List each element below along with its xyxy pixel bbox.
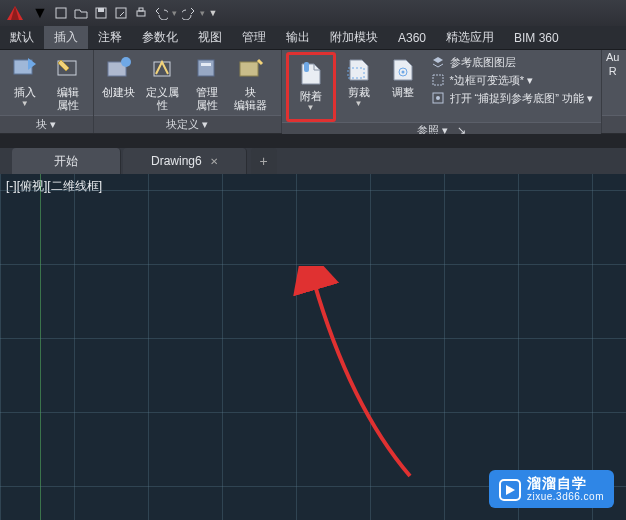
- svg-rect-13: [240, 62, 258, 76]
- svg-rect-5: [139, 8, 143, 11]
- tab-insert[interactable]: 插入: [44, 26, 88, 49]
- define-attr-label: 定义属性: [142, 86, 184, 112]
- ribbon-gap: [0, 134, 626, 148]
- attach-icon: [296, 58, 326, 88]
- play-icon: [499, 479, 521, 501]
- adjust-label: 调整: [392, 86, 414, 99]
- save-icon[interactable]: [92, 4, 110, 22]
- app-logo[interactable]: [4, 3, 28, 23]
- tab-featured[interactable]: 精选应用: [436, 26, 504, 49]
- new-icon[interactable]: [52, 4, 70, 22]
- manage-attr-button[interactable]: 管理 属性: [186, 52, 228, 114]
- panel-blockdef: 创建块 定义属性 管理 属性 块 编辑器 块定义 ▾: [94, 50, 282, 133]
- ribbon: 插入▼ 编辑 属性 块 ▾ 创建块 定义属性: [0, 50, 626, 134]
- insert-block-button[interactable]: 插入▼: [4, 52, 45, 114]
- adjust-icon: [388, 54, 418, 84]
- edit-attr-label: 编辑 属性: [57, 86, 79, 112]
- drawing-canvas[interactable]: [-][俯视][二维线框] 溜溜自学 zixue.3d66.com: [0, 174, 626, 520]
- layers-icon: [430, 54, 446, 70]
- define-attr-icon: [148, 54, 178, 84]
- chevron-down-icon: ▼: [348, 97, 370, 110]
- svg-point-20: [436, 96, 440, 100]
- open-icon[interactable]: [72, 4, 90, 22]
- undo-icon[interactable]: [152, 4, 170, 22]
- tab-bim360[interactable]: BIM 360: [504, 26, 569, 49]
- reference-options: 参考底图图层 *边框可变选项* ▾ 打开 “捕捉到参考底图” 功能 ▾: [426, 52, 598, 108]
- document-tabs: 开始 Drawing6 ✕ +: [0, 148, 626, 174]
- svg-rect-0: [56, 8, 66, 18]
- clip-button[interactable]: 剪裁▼: [338, 52, 380, 114]
- svg-point-17: [401, 71, 404, 74]
- tab-addins[interactable]: 附加模块: [320, 26, 388, 49]
- chevron-down-icon: ▼: [14, 97, 36, 110]
- block-editor-button[interactable]: 块 编辑器: [230, 52, 272, 114]
- svg-rect-2: [98, 8, 104, 12]
- block-editor-label: 块 编辑器: [234, 86, 267, 112]
- adjust-button[interactable]: 调整: [382, 52, 424, 114]
- doctab-new[interactable]: +: [251, 148, 277, 174]
- app-menu-dropdown-icon[interactable]: ▼: [32, 4, 48, 22]
- titlebar: ▼ ▾ ▾ ▼: [0, 0, 626, 26]
- qat-sep-icon: ▾: [172, 4, 178, 22]
- saveas-icon[interactable]: [112, 4, 130, 22]
- tab-parametric[interactable]: 参数化: [132, 26, 188, 49]
- tab-view[interactable]: 视图: [188, 26, 232, 49]
- manage-attr-label: 管理 属性: [196, 86, 218, 112]
- panel-blockdef-title[interactable]: 块定义 ▾: [94, 115, 281, 133]
- edit-attr-button[interactable]: 编辑 属性: [47, 52, 88, 114]
- edit-attr-icon: [53, 54, 83, 84]
- doctab-home[interactable]: 开始: [12, 148, 121, 174]
- tab-output[interactable]: 输出: [276, 26, 320, 49]
- tab-manage[interactable]: 管理: [232, 26, 276, 49]
- quick-access-toolbar: ▾ ▾ ▼: [52, 4, 218, 22]
- create-block-icon: [104, 54, 134, 84]
- panel-block: 插入▼ 编辑 属性 块 ▾: [0, 50, 94, 133]
- autodesk-button[interactable]: Au R: [602, 50, 623, 78]
- frame-icon: [430, 72, 446, 88]
- svg-point-9: [121, 57, 131, 67]
- qat-sep2-icon: ▾: [200, 4, 206, 22]
- clip-icon: [344, 54, 374, 84]
- svg-rect-4: [137, 11, 145, 16]
- app-window: ▼ ▾ ▾ ▼ 默认 插入 注释 参数化 视图 管理 输出 附加模块 A360 …: [0, 0, 626, 520]
- chevron-down-icon: ▼: [300, 101, 322, 114]
- grid: [0, 174, 626, 520]
- print-icon[interactable]: [132, 4, 150, 22]
- svg-rect-11: [198, 60, 214, 76]
- plus-icon: +: [260, 153, 268, 169]
- frame-vary-button[interactable]: *边框可变选项* ▾: [430, 72, 594, 88]
- snap-icon: [430, 90, 446, 106]
- redo-icon[interactable]: [180, 4, 198, 22]
- underlay-layers-button[interactable]: 参考底图图层: [430, 54, 594, 70]
- attach-highlight: 附着▼: [286, 52, 336, 122]
- block-editor-icon: [236, 54, 266, 84]
- watermark-brand: 溜溜自学: [527, 476, 604, 490]
- svg-rect-14: [304, 62, 309, 72]
- tab-default[interactable]: 默认: [0, 26, 44, 49]
- insert-block-icon: [10, 54, 40, 84]
- doctab-drawing6[interactable]: Drawing6 ✕: [123, 148, 247, 174]
- svg-rect-3: [116, 8, 126, 18]
- qat-customize-icon[interactable]: ▼: [208, 8, 218, 18]
- watermark-badge: 溜溜自学 zixue.3d66.com: [489, 470, 614, 508]
- svg-rect-18: [433, 75, 443, 85]
- tab-a360[interactable]: A360: [388, 26, 436, 49]
- ribbon-tabs: 默认 插入 注释 参数化 视图 管理 输出 附加模块 A360 精选应用 BIM…: [0, 26, 626, 50]
- svg-rect-12: [201, 63, 211, 66]
- create-block-button[interactable]: 创建块: [98, 52, 140, 114]
- manage-attr-icon: [192, 54, 222, 84]
- attach-button[interactable]: 附着▼: [290, 56, 332, 118]
- define-attr-button[interactable]: 定义属性: [142, 52, 184, 114]
- snap-underlay-button[interactable]: 打开 “捕捉到参考底图” 功能 ▾: [430, 90, 594, 106]
- watermark-sub: zixue.3d66.com: [527, 490, 604, 504]
- close-icon[interactable]: ✕: [210, 156, 218, 167]
- create-block-label: 创建块: [102, 86, 135, 99]
- panel-autodesk: Au R: [602, 50, 626, 133]
- tab-annotate[interactable]: 注释: [88, 26, 132, 49]
- panel-reference: 附着▼ 剪裁▼ 调整 参考底图图层: [282, 50, 603, 133]
- panel-block-title[interactable]: 块 ▾: [0, 115, 93, 133]
